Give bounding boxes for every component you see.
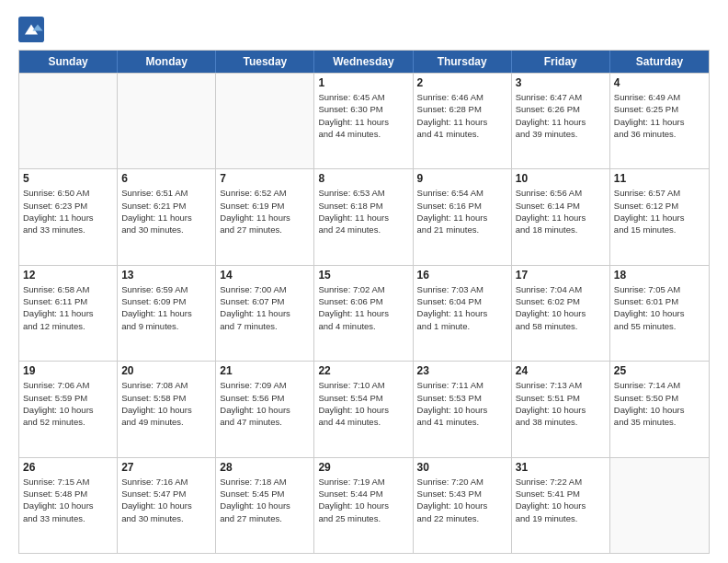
day-cell-6: 6Sunrise: 6:51 AM Sunset: 6:21 PM Daylig… (118, 169, 216, 264)
day-info: Sunrise: 7:04 AM Sunset: 6:02 PM Dayligh… (516, 283, 606, 332)
day-number: 10 (516, 172, 606, 185)
day-info: Sunrise: 7:08 AM Sunset: 5:58 PM Dayligh… (121, 379, 211, 428)
weekday-header-tuesday: Tuesday (216, 51, 314, 73)
weekday-header-monday: Monday (118, 51, 216, 73)
day-cell-12: 12Sunrise: 6:58 AM Sunset: 6:11 PM Dayli… (19, 266, 118, 361)
day-info: Sunrise: 6:51 AM Sunset: 6:21 PM Dayligh… (121, 187, 211, 236)
day-cell-31: 31Sunrise: 7:22 AM Sunset: 5:41 PM Dayli… (512, 458, 610, 553)
day-info: Sunrise: 6:56 AM Sunset: 6:14 PM Dayligh… (516, 187, 606, 236)
day-info: Sunrise: 6:49 AM Sunset: 6:25 PM Dayligh… (614, 91, 705, 140)
day-cell-28: 28Sunrise: 7:18 AM Sunset: 5:45 PM Dayli… (216, 458, 314, 553)
day-info: Sunrise: 7:06 AM Sunset: 5:59 PM Dayligh… (23, 379, 113, 428)
day-cell-16: 16Sunrise: 7:03 AM Sunset: 6:04 PM Dayli… (414, 266, 512, 361)
day-cell-9: 9Sunrise: 6:54 AM Sunset: 6:16 PM Daylig… (414, 169, 512, 264)
calendar-row-4: 19Sunrise: 7:06 AM Sunset: 5:59 PM Dayli… (19, 361, 709, 456)
day-cell-17: 17Sunrise: 7:04 AM Sunset: 6:02 PM Dayli… (512, 266, 610, 361)
calendar-row-3: 12Sunrise: 6:58 AM Sunset: 6:11 PM Dayli… (19, 265, 709, 361)
day-info: Sunrise: 6:58 AM Sunset: 6:11 PM Dayligh… (23, 283, 113, 332)
day-info: Sunrise: 7:19 AM Sunset: 5:44 PM Dayligh… (318, 476, 408, 524)
day-cell-13: 13Sunrise: 6:59 AM Sunset: 6:09 PM Dayli… (118, 266, 216, 361)
day-cell-8: 8Sunrise: 6:53 AM Sunset: 6:18 PM Daylig… (314, 169, 413, 264)
day-info: Sunrise: 6:45 AM Sunset: 6:30 PM Dayligh… (318, 91, 408, 140)
day-number: 29 (318, 461, 408, 474)
day-cell-11: 11Sunrise: 6:57 AM Sunset: 6:12 PM Dayli… (610, 169, 709, 264)
page: SundayMondayTuesdayWednesdayThursdayFrid… (0, 0, 728, 563)
day-number: 14 (220, 269, 310, 282)
day-info: Sunrise: 7:00 AM Sunset: 6:07 PM Dayligh… (220, 283, 310, 332)
day-info: Sunrise: 6:54 AM Sunset: 6:16 PM Dayligh… (417, 187, 507, 236)
day-info: Sunrise: 7:03 AM Sunset: 6:04 PM Dayligh… (417, 283, 507, 332)
day-number: 8 (318, 172, 408, 185)
header (18, 17, 710, 42)
day-info: Sunrise: 6:53 AM Sunset: 6:18 PM Dayligh… (318, 187, 408, 236)
day-info: Sunrise: 7:18 AM Sunset: 5:45 PM Dayligh… (220, 476, 310, 524)
day-number: 15 (318, 269, 408, 282)
day-number: 9 (417, 172, 507, 185)
calendar-row-2: 5Sunrise: 6:50 AM Sunset: 6:23 PM Daylig… (19, 168, 709, 264)
day-info: Sunrise: 7:05 AM Sunset: 6:01 PM Dayligh… (614, 283, 705, 332)
calendar-row-1: 1Sunrise: 6:45 AM Sunset: 6:30 PM Daylig… (19, 73, 709, 168)
day-info: Sunrise: 7:10 AM Sunset: 5:54 PM Dayligh… (318, 379, 408, 428)
day-info: Sunrise: 7:15 AM Sunset: 5:48 PM Dayligh… (23, 476, 113, 524)
day-info: Sunrise: 6:52 AM Sunset: 6:19 PM Dayligh… (220, 187, 310, 236)
calendar: SundayMondayTuesdayWednesdayThursdayFrid… (18, 50, 710, 554)
day-info: Sunrise: 6:47 AM Sunset: 6:26 PM Dayligh… (516, 91, 606, 140)
day-info: Sunrise: 6:59 AM Sunset: 6:09 PM Dayligh… (121, 283, 211, 332)
day-number: 19 (23, 364, 113, 377)
day-cell-30: 30Sunrise: 7:20 AM Sunset: 5:43 PM Dayli… (414, 458, 512, 553)
day-cell-10: 10Sunrise: 6:56 AM Sunset: 6:14 PM Dayli… (512, 169, 610, 264)
day-cell-empty (216, 74, 314, 168)
day-number: 25 (614, 364, 705, 377)
day-number: 16 (417, 269, 507, 282)
weekday-header-sunday: Sunday (19, 51, 118, 73)
day-cell-22: 22Sunrise: 7:10 AM Sunset: 5:54 PM Dayli… (314, 362, 413, 456)
day-info: Sunrise: 7:11 AM Sunset: 5:53 PM Dayligh… (417, 379, 507, 428)
day-info: Sunrise: 6:50 AM Sunset: 6:23 PM Dayligh… (23, 187, 113, 236)
day-number: 27 (121, 461, 211, 474)
day-cell-4: 4Sunrise: 6:49 AM Sunset: 6:25 PM Daylig… (610, 74, 709, 168)
day-number: 3 (516, 76, 606, 89)
day-number: 22 (318, 364, 408, 377)
day-number: 1 (318, 76, 408, 89)
day-info: Sunrise: 7:22 AM Sunset: 5:41 PM Dayligh… (516, 476, 606, 524)
day-number: 23 (417, 364, 507, 377)
day-cell-empty (118, 74, 216, 168)
day-info: Sunrise: 7:02 AM Sunset: 6:06 PM Dayligh… (318, 283, 408, 332)
calendar-header: SundayMondayTuesdayWednesdayThursdayFrid… (19, 51, 709, 73)
day-cell-7: 7Sunrise: 6:52 AM Sunset: 6:19 PM Daylig… (216, 169, 314, 264)
day-cell-15: 15Sunrise: 7:02 AM Sunset: 6:06 PM Dayli… (314, 266, 413, 361)
day-number: 18 (614, 269, 705, 282)
day-info: Sunrise: 7:09 AM Sunset: 5:56 PM Dayligh… (220, 379, 310, 428)
day-number: 31 (516, 461, 606, 474)
day-cell-14: 14Sunrise: 7:00 AM Sunset: 6:07 PM Dayli… (216, 266, 314, 361)
day-cell-19: 19Sunrise: 7:06 AM Sunset: 5:59 PM Dayli… (19, 362, 118, 456)
day-number: 6 (121, 172, 211, 185)
day-number: 24 (516, 364, 606, 377)
day-cell-24: 24Sunrise: 7:13 AM Sunset: 5:51 PM Dayli… (512, 362, 610, 456)
day-number: 20 (121, 364, 211, 377)
day-number: 21 (220, 364, 310, 377)
day-number: 7 (220, 172, 310, 185)
day-cell-18: 18Sunrise: 7:05 AM Sunset: 6:01 PM Dayli… (610, 266, 709, 361)
calendar-body: 1Sunrise: 6:45 AM Sunset: 6:30 PM Daylig… (19, 73, 709, 553)
day-cell-empty (610, 458, 709, 553)
day-cell-29: 29Sunrise: 7:19 AM Sunset: 5:44 PM Dayli… (314, 458, 413, 553)
calendar-row-5: 26Sunrise: 7:15 AM Sunset: 5:48 PM Dayli… (19, 457, 709, 553)
day-info: Sunrise: 6:57 AM Sunset: 6:12 PM Dayligh… (614, 187, 705, 236)
day-cell-26: 26Sunrise: 7:15 AM Sunset: 5:48 PM Dayli… (19, 458, 118, 553)
day-number: 13 (121, 269, 211, 282)
day-number: 17 (516, 269, 606, 282)
day-number: 4 (614, 76, 705, 89)
day-number: 11 (614, 172, 705, 185)
day-cell-1: 1Sunrise: 6:45 AM Sunset: 6:30 PM Daylig… (314, 74, 413, 168)
logo (18, 17, 48, 42)
day-info: Sunrise: 6:46 AM Sunset: 6:28 PM Dayligh… (417, 91, 507, 140)
day-cell-2: 2Sunrise: 6:46 AM Sunset: 6:28 PM Daylig… (414, 74, 512, 168)
logo-icon (18, 17, 44, 42)
day-cell-27: 27Sunrise: 7:16 AM Sunset: 5:47 PM Dayli… (118, 458, 216, 553)
day-info: Sunrise: 7:13 AM Sunset: 5:51 PM Dayligh… (516, 379, 606, 428)
day-info: Sunrise: 7:16 AM Sunset: 5:47 PM Dayligh… (121, 476, 211, 524)
weekday-header-friday: Friday (512, 51, 610, 73)
day-cell-empty (19, 74, 118, 168)
weekday-header-saturday: Saturday (610, 51, 709, 73)
